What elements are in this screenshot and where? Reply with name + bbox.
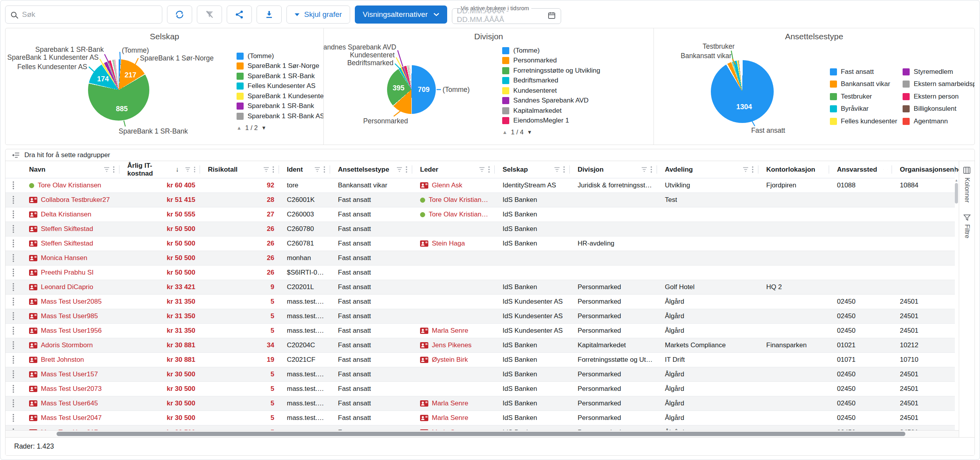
row-menu-icon[interactable] (12, 356, 15, 364)
name-link[interactable]: Preethi Prabhu SI (41, 269, 94, 277)
legend-item[interactable]: SpareBank 1 Kundesenter AS (237, 92, 323, 100)
table-row[interactable]: Steffen Skiftestadkr 50 50026C260781Fast… (6, 236, 955, 251)
row-menu-button[interactable] (6, 425, 21, 430)
row-menu-button[interactable] (6, 396, 21, 411)
legend-item[interactable]: Bankansatt vikar (830, 80, 897, 88)
row-menu-icon[interactable] (12, 239, 15, 248)
row-menu-button[interactable] (6, 266, 21, 280)
column-filter-icon[interactable] (554, 167, 560, 172)
leader-link[interactable]: Tore Olav Kristiansen (429, 196, 491, 204)
column-header-org[interactable]: Organisasjonsenhet (892, 161, 955, 178)
row-menu-button[interactable] (6, 251, 21, 265)
legend-item[interactable]: Kundesenteret (502, 86, 600, 95)
legend-item[interactable]: Testbruker (830, 92, 897, 101)
horizontal-scrollbar[interactable] (6, 430, 960, 437)
name-link[interactable]: Steffen Skiftestad (41, 240, 93, 247)
row-menu-button[interactable] (6, 207, 21, 222)
table-row[interactable]: Monica Hansenkr 50 50026monhanFast ansat… (6, 251, 955, 266)
tab-kolonner[interactable]: Kolonner (963, 167, 971, 203)
table-row[interactable]: Mass Test User1956kr 31 3505mass.test.us… (6, 324, 955, 338)
pie-chart-ansettelsestype[interactable] (711, 60, 774, 123)
column-menu-icon[interactable] (406, 166, 407, 173)
column-menu-icon[interactable] (488, 166, 490, 173)
search-input[interactable] (21, 10, 156, 19)
search-box[interactable] (5, 5, 162, 24)
column-header-type[interactable]: Ansettelsestype (330, 161, 412, 178)
leader-link[interactable]: Glenn Ask (432, 181, 462, 189)
leader-link[interactable]: Tore Olav Kristiansen (429, 211, 491, 218)
row-menu-icon[interactable] (12, 297, 15, 306)
column-menu-icon[interactable] (563, 166, 565, 173)
column-header-name[interactable]: Navn (21, 161, 119, 178)
calendar-icon[interactable] (547, 11, 556, 20)
share-button[interactable] (227, 5, 252, 24)
table-row[interactable]: Mass Test User645kr 30 5005mass.test.use… (6, 396, 955, 411)
view-options-button[interactable]: Visningsalternativer (355, 5, 447, 24)
name-link[interactable]: Mass Test User985 (41, 312, 98, 320)
legend-item[interactable]: Sparebank 1 SR-Bank ASA (237, 112, 323, 120)
table-row[interactable]: Adoris Stormbornkr 30 88134C20204CFast a… (6, 338, 955, 353)
vertical-scrollbar[interactable]: ▲ (954, 178, 959, 430)
column-menu-icon[interactable] (752, 166, 754, 173)
row-menu-icon[interactable] (12, 341, 15, 350)
vertical-scrollbar-thumb[interactable] (955, 183, 958, 203)
row-group-dropzone[interactable]: Dra hit for å sette radgrupper (6, 149, 974, 161)
legend-item[interactable]: Felles Kundesenter AS (237, 82, 323, 90)
row-menu-button[interactable] (6, 222, 21, 236)
column-filter-icon[interactable] (743, 167, 749, 172)
table-row[interactable]: Mass Test User2073kr 30 5005mass.test.us… (6, 382, 955, 396)
column-filter-icon[interactable] (641, 167, 647, 172)
legend-item[interactable]: Felles kundesenter (830, 117, 897, 125)
legend-next-icon[interactable]: ▼ (527, 129, 532, 135)
row-menu-button[interactable] (6, 367, 21, 381)
column-filter-icon[interactable] (104, 167, 110, 172)
column-menu-icon[interactable] (650, 166, 652, 173)
column-filter-icon[interactable] (314, 167, 320, 172)
row-menu-icon[interactable] (12, 254, 15, 262)
legend-next-icon[interactable]: ▼ (261, 125, 266, 131)
column-menu-icon[interactable] (194, 166, 195, 173)
download-button[interactable] (257, 5, 282, 24)
column-header-cost[interactable]: Årlig IT-kostnad↓ (119, 161, 200, 178)
column-header-leader[interactable]: Leder (412, 161, 495, 178)
clear-filter-button[interactable] (197, 5, 222, 24)
row-menu-icon[interactable] (12, 196, 15, 204)
table-row[interactable]: Leonard DiCapriokr 33 4219C20201LFast an… (6, 280, 955, 295)
leader-link[interactable]: Stein Haga (432, 240, 465, 247)
legend-item[interactable]: Sandnes Sparebank AVD (502, 97, 600, 105)
row-menu-button[interactable] (6, 280, 21, 294)
row-menu-icon[interactable] (12, 326, 15, 335)
row-menu-icon[interactable] (12, 225, 15, 233)
table-row[interactable]: Mass Test User985kr 31 3505mass.test.use… (6, 309, 955, 324)
table-row[interactable]: Tore Olav Kristiansenkr 60 40592toreBank… (6, 178, 955, 193)
name-link[interactable]: Brett Johnston (41, 356, 84, 364)
table-row[interactable]: Brett Johnstonkr 30 88119C2021CFFast ans… (6, 353, 955, 367)
column-header-kontor[interactable]: Kontorlokasjon (758, 161, 829, 178)
name-link[interactable]: Steffen Skiftestad (41, 225, 93, 233)
column-header-divisjon[interactable]: Divisjon (570, 161, 657, 178)
legend-item[interactable]: (Tomme) (502, 46, 600, 55)
name-link[interactable]: Mass Test User2047 (41, 414, 102, 422)
legend-item[interactable]: SpareBank 1 Sør-Norge (237, 62, 323, 70)
legend-item[interactable]: Sparebank 1 SR-Bank (237, 102, 323, 110)
row-menu-button[interactable] (6, 353, 21, 367)
row-menu-icon[interactable] (12, 181, 15, 190)
column-filter-icon[interactable] (185, 167, 190, 172)
table-row[interactable]: Delta Kristiansenkr 50 55527C260003Fast … (6, 207, 955, 222)
column-menu-icon[interactable] (272, 166, 274, 173)
name-link[interactable]: Mass Test User2073 (41, 385, 102, 393)
name-link[interactable]: Adoris Stormborn (41, 341, 93, 349)
column-header-avdeling[interactable]: Avdeling (657, 161, 758, 178)
refresh-button[interactable] (167, 5, 192, 24)
column-menu-icon[interactable] (113, 166, 115, 173)
row-menu-icon[interactable] (12, 283, 15, 291)
row-menu-button[interactable] (6, 309, 21, 323)
table-row[interactable]: Preethi Prabhu SIkr 50 50026$S6IRTI-01NM… (6, 266, 955, 280)
name-link[interactable]: Monica Hansen (41, 254, 87, 262)
table-row[interactable]: Steffen Skiftestadkr 50 50026C260780Fast… (6, 222, 955, 236)
column-filter-icon[interactable] (479, 167, 485, 172)
row-menu-icon[interactable] (12, 414, 15, 422)
name-link[interactable]: Mass Test User645 (41, 400, 98, 407)
legend-item[interactable]: Ekstern samarbeidspartner (903, 80, 974, 88)
column-header-risk[interactable]: Risikotall (200, 161, 279, 178)
